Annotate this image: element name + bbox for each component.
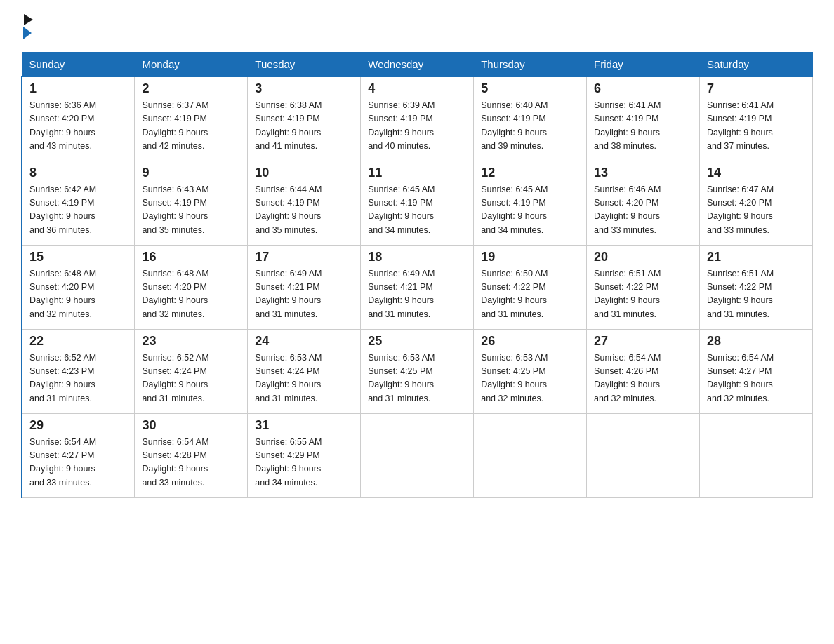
day-info: Sunrise: 6:39 AM Sunset: 4:19 PM Dayligh… <box>368 99 466 154</box>
weekday-header-saturday: Saturday <box>700 53 813 77</box>
calendar-cell: 8 Sunrise: 6:42 AM Sunset: 4:19 PM Dayli… <box>22 161 135 245</box>
day-info: Sunrise: 6:47 AM Sunset: 4:20 PM Dayligh… <box>707 183 805 238</box>
day-number: 26 <box>481 334 579 349</box>
day-number: 13 <box>594 166 692 180</box>
weekday-header-friday: Friday <box>587 53 700 77</box>
day-number: 30 <box>142 418 240 433</box>
calendar-cell: 21 Sunrise: 6:51 AM Sunset: 4:22 PM Dayl… <box>700 245 813 329</box>
day-number: 21 <box>707 250 805 264</box>
day-info: Sunrise: 6:54 AM Sunset: 4:26 PM Dayligh… <box>594 351 692 406</box>
calendar-cell: 2 Sunrise: 6:37 AM Sunset: 4:19 PM Dayli… <box>135 76 248 161</box>
day-number: 16 <box>142 250 240 264</box>
day-info: Sunrise: 6:41 AM Sunset: 4:19 PM Dayligh… <box>594 99 692 154</box>
day-info: Sunrise: 6:40 AM Sunset: 4:19 PM Dayligh… <box>481 99 579 154</box>
day-number: 6 <box>594 81 692 96</box>
day-info: Sunrise: 6:50 AM Sunset: 4:22 PM Dayligh… <box>481 267 579 322</box>
day-number: 15 <box>29 250 127 264</box>
weekday-header-tuesday: Tuesday <box>248 53 361 77</box>
day-info: Sunrise: 6:43 AM Sunset: 4:19 PM Dayligh… <box>142 183 240 238</box>
logo-blue-text <box>21 27 32 39</box>
calendar-cell: 5 Sunrise: 6:40 AM Sunset: 4:19 PM Dayli… <box>474 76 587 161</box>
calendar-cell: 11 Sunrise: 6:45 AM Sunset: 4:19 PM Dayl… <box>361 161 474 245</box>
day-info: Sunrise: 6:48 AM Sunset: 4:20 PM Dayligh… <box>142 267 240 322</box>
calendar-week-row: 1 Sunrise: 6:36 AM Sunset: 4:20 PM Dayli… <box>22 76 813 161</box>
day-info: Sunrise: 6:49 AM Sunset: 4:21 PM Dayligh… <box>255 267 353 322</box>
calendar-cell <box>700 413 813 497</box>
day-number: 1 <box>29 81 127 96</box>
day-number: 18 <box>368 250 466 264</box>
weekday-header-wednesday: Wednesday <box>361 53 474 77</box>
day-number: 28 <box>707 334 805 349</box>
calendar-cell: 26 Sunrise: 6:53 AM Sunset: 4:25 PM Dayl… <box>474 329 587 413</box>
day-number: 7 <box>707 81 805 96</box>
day-number: 14 <box>707 166 805 180</box>
weekday-header-thursday: Thursday <box>474 53 587 77</box>
calendar-cell: 3 Sunrise: 6:38 AM Sunset: 4:19 PM Dayli… <box>248 76 361 161</box>
calendar-header: SundayMondayTuesdayWednesdayThursdayFrid… <box>22 53 813 77</box>
day-info: Sunrise: 6:54 AM Sunset: 4:28 PM Dayligh… <box>142 436 240 490</box>
day-info: Sunrise: 6:36 AM Sunset: 4:20 PM Dayligh… <box>29 99 127 154</box>
day-info: Sunrise: 6:42 AM Sunset: 4:19 PM Dayligh… <box>29 183 127 238</box>
day-number: 8 <box>29 166 127 180</box>
calendar-cell: 12 Sunrise: 6:45 AM Sunset: 4:19 PM Dayl… <box>474 161 587 245</box>
calendar-cell: 13 Sunrise: 6:46 AM Sunset: 4:20 PM Dayl… <box>587 161 700 245</box>
calendar-cell: 9 Sunrise: 6:43 AM Sunset: 4:19 PM Dayli… <box>135 161 248 245</box>
calendar-week-row: 29 Sunrise: 6:54 AM Sunset: 4:27 PM Dayl… <box>22 413 813 497</box>
day-number: 2 <box>142 81 240 96</box>
calendar-cell: 25 Sunrise: 6:53 AM Sunset: 4:25 PM Dayl… <box>361 329 474 413</box>
calendar-cell: 31 Sunrise: 6:55 AM Sunset: 4:29 PM Dayl… <box>248 413 361 497</box>
calendar-cell: 28 Sunrise: 6:54 AM Sunset: 4:27 PM Dayl… <box>700 329 813 413</box>
day-number: 9 <box>142 166 240 180</box>
day-number: 12 <box>481 166 579 180</box>
calendar-cell: 4 Sunrise: 6:39 AM Sunset: 4:19 PM Dayli… <box>361 76 474 161</box>
day-number: 10 <box>255 166 353 180</box>
calendar-cell <box>361 413 474 497</box>
day-info: Sunrise: 6:52 AM Sunset: 4:24 PM Dayligh… <box>142 351 240 406</box>
day-number: 27 <box>594 334 692 349</box>
day-info: Sunrise: 6:45 AM Sunset: 4:19 PM Dayligh… <box>481 183 579 238</box>
calendar-cell: 19 Sunrise: 6:50 AM Sunset: 4:22 PM Dayl… <box>474 245 587 329</box>
calendar-cell: 17 Sunrise: 6:49 AM Sunset: 4:21 PM Dayl… <box>248 245 361 329</box>
weekday-header-sunday: Sunday <box>22 53 135 77</box>
page-header <box>21 14 813 39</box>
day-info: Sunrise: 6:37 AM Sunset: 4:19 PM Dayligh… <box>142 99 240 154</box>
logo <box>21 14 33 39</box>
calendar-week-row: 15 Sunrise: 6:48 AM Sunset: 4:20 PM Dayl… <box>22 245 813 329</box>
day-info: Sunrise: 6:53 AM Sunset: 4:25 PM Dayligh… <box>481 351 579 406</box>
calendar-cell: 20 Sunrise: 6:51 AM Sunset: 4:22 PM Dayl… <box>587 245 700 329</box>
calendar-cell: 29 Sunrise: 6:54 AM Sunset: 4:27 PM Dayl… <box>22 413 135 497</box>
day-info: Sunrise: 6:45 AM Sunset: 4:19 PM Dayligh… <box>368 183 466 238</box>
day-number: 5 <box>481 81 579 96</box>
day-info: Sunrise: 6:41 AM Sunset: 4:19 PM Dayligh… <box>707 99 805 154</box>
calendar-cell: 14 Sunrise: 6:47 AM Sunset: 4:20 PM Dayl… <box>700 161 813 245</box>
day-number: 3 <box>255 81 353 96</box>
day-info: Sunrise: 6:49 AM Sunset: 4:21 PM Dayligh… <box>368 267 466 322</box>
calendar-week-row: 22 Sunrise: 6:52 AM Sunset: 4:23 PM Dayl… <box>22 329 813 413</box>
day-number: 17 <box>255 250 353 264</box>
calendar-cell: 6 Sunrise: 6:41 AM Sunset: 4:19 PM Dayli… <box>587 76 700 161</box>
weekday-header-monday: Monday <box>135 53 248 77</box>
day-number: 31 <box>255 418 353 433</box>
day-info: Sunrise: 6:53 AM Sunset: 4:24 PM Dayligh… <box>255 351 353 406</box>
day-info: Sunrise: 6:51 AM Sunset: 4:22 PM Dayligh… <box>594 267 692 322</box>
day-number: 4 <box>368 81 466 96</box>
day-info: Sunrise: 6:53 AM Sunset: 4:25 PM Dayligh… <box>368 351 466 406</box>
calendar-cell: 18 Sunrise: 6:49 AM Sunset: 4:21 PM Dayl… <box>361 245 474 329</box>
calendar-table: SundayMondayTuesdayWednesdayThursdayFrid… <box>21 52 813 498</box>
calendar-cell: 27 Sunrise: 6:54 AM Sunset: 4:26 PM Dayl… <box>587 329 700 413</box>
day-number: 25 <box>368 334 466 349</box>
calendar-cell: 22 Sunrise: 6:52 AM Sunset: 4:23 PM Dayl… <box>22 329 135 413</box>
calendar-cell: 1 Sunrise: 6:36 AM Sunset: 4:20 PM Dayli… <box>22 76 135 161</box>
day-number: 23 <box>142 334 240 349</box>
calendar-cell: 23 Sunrise: 6:52 AM Sunset: 4:24 PM Dayl… <box>135 329 248 413</box>
calendar-cell: 16 Sunrise: 6:48 AM Sunset: 4:20 PM Dayl… <box>135 245 248 329</box>
day-number: 11 <box>368 166 466 180</box>
day-info: Sunrise: 6:44 AM Sunset: 4:19 PM Dayligh… <box>255 183 353 238</box>
calendar-body: 1 Sunrise: 6:36 AM Sunset: 4:20 PM Dayli… <box>22 76 813 497</box>
calendar-cell: 7 Sunrise: 6:41 AM Sunset: 4:19 PM Dayli… <box>700 76 813 161</box>
day-info: Sunrise: 6:38 AM Sunset: 4:19 PM Dayligh… <box>255 99 353 154</box>
day-info: Sunrise: 6:46 AM Sunset: 4:20 PM Dayligh… <box>594 183 692 238</box>
day-info: Sunrise: 6:51 AM Sunset: 4:22 PM Dayligh… <box>707 267 805 322</box>
day-number: 19 <box>481 250 579 264</box>
day-info: Sunrise: 6:48 AM Sunset: 4:20 PM Dayligh… <box>29 267 127 322</box>
